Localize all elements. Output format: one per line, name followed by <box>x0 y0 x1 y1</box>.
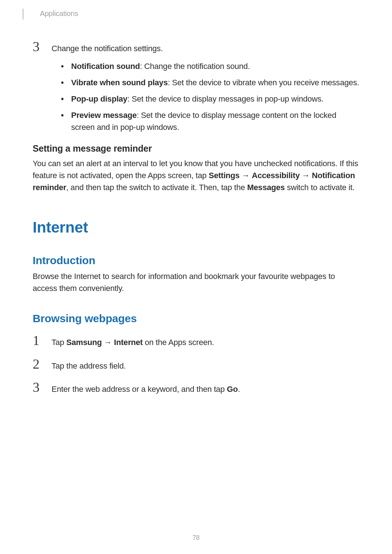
step-number-3: 3 <box>33 40 52 53</box>
reminder-text-mid: , and then tap the switch to activate it… <box>66 183 247 192</box>
s1-pre: Tap <box>52 338 66 347</box>
bullet-term: Pop-up display <box>71 94 127 103</box>
browse-step-2: 2 Tap the address field. <box>33 357 359 372</box>
browse-step-3-text: Enter the web address or a keyword, and … <box>52 384 240 395</box>
bullet-vibrate: • Vibrate when sound plays: Set the devi… <box>61 77 359 89</box>
browse-step-1-text: Tap Samsung → Internet on the Apps scree… <box>52 337 214 348</box>
browse-step-1: 1 Tap Samsung → Internet on the Apps scr… <box>33 333 359 348</box>
reminder-text-tail: switch to activate it. <box>285 183 355 192</box>
bullet-desc: : Change the notification sound. <box>140 62 250 71</box>
bullet-body: Preview message: Set the device to displ… <box>71 109 359 133</box>
browsing-steps: 1 Tap Samsung → Internet on the Apps scr… <box>33 333 359 395</box>
browse-step-2-text: Tap the address field. <box>52 361 126 372</box>
breadcrumb: Applications <box>40 9 359 18</box>
browse-step-3: 3 Enter the web address or a keyword, an… <box>33 380 359 395</box>
bullet-dot-icon: • <box>61 109 71 133</box>
step-3-row: 3 Change the notification settings. <box>33 40 359 54</box>
bullet-dot-icon: • <box>61 77 71 89</box>
step-number-1: 1 <box>33 333 52 347</box>
bullet-desc: : Set the device to vibrate when you rec… <box>168 78 359 87</box>
bullet-dot-icon: • <box>61 60 71 72</box>
s3-tail: . <box>238 385 240 394</box>
s1-samsung: Samsung <box>66 338 102 347</box>
heading-browsing: Browsing webpages <box>33 312 359 325</box>
step-number-2: 2 <box>33 357 52 371</box>
s1-tail: on the Apps screen. <box>143 338 214 347</box>
arrow-icon: → <box>302 171 310 180</box>
reminder-messages: Messages <box>247 183 285 192</box>
bullet-term: Preview message <box>71 111 136 120</box>
s3-go: Go <box>227 385 238 394</box>
bullet-body: Notification sound: Change the notificat… <box>71 60 359 72</box>
step-number-3b: 3 <box>33 380 52 394</box>
header-divider <box>23 9 24 20</box>
reminder-text-pre: You can set an alert at an interval to l… <box>33 159 358 180</box>
bullet-body: Vibrate when sound plays: Set the device… <box>71 77 359 89</box>
heading-introduction: Introduction <box>33 254 359 267</box>
intro-paragraph: Browse the Internet to search for inform… <box>33 270 359 294</box>
page-number: 78 <box>0 534 392 542</box>
bullet-term: Notification sound <box>71 62 140 71</box>
bullet-dot-icon: • <box>61 93 71 105</box>
bullet-notification-sound: • Notification sound: Change the notific… <box>61 60 359 72</box>
page-body: Applications 3 Change the notification s… <box>0 0 392 410</box>
reminder-paragraph: You can set an alert at an interval to l… <box>33 157 359 193</box>
bullet-desc: : Set the device to display messages in … <box>127 94 324 103</box>
bullet-body: Pop-up display: Set the device to displa… <box>71 93 359 105</box>
notification-bullets: • Notification sound: Change the notific… <box>61 60 359 133</box>
bullet-preview-message: • Preview message: Set the device to dis… <box>61 109 359 133</box>
bullet-term: Vibrate when sound plays <box>71 78 168 87</box>
reminder-settings: Settings <box>209 171 240 180</box>
s1-internet: Internet <box>114 338 143 347</box>
step-3-text: Change the notification settings. <box>52 43 163 54</box>
arrow-icon: → <box>242 171 250 180</box>
bullet-popup-display: • Pop-up display: Set the device to disp… <box>61 93 359 105</box>
reminder-accessibility: Accessibility <box>252 171 300 180</box>
section-title-internet: Internet <box>33 219 359 236</box>
arrow-icon: → <box>104 338 112 347</box>
s3-pre: Enter the web address or a keyword, and … <box>52 385 227 394</box>
reminder-heading: Setting a message reminder <box>33 143 359 154</box>
